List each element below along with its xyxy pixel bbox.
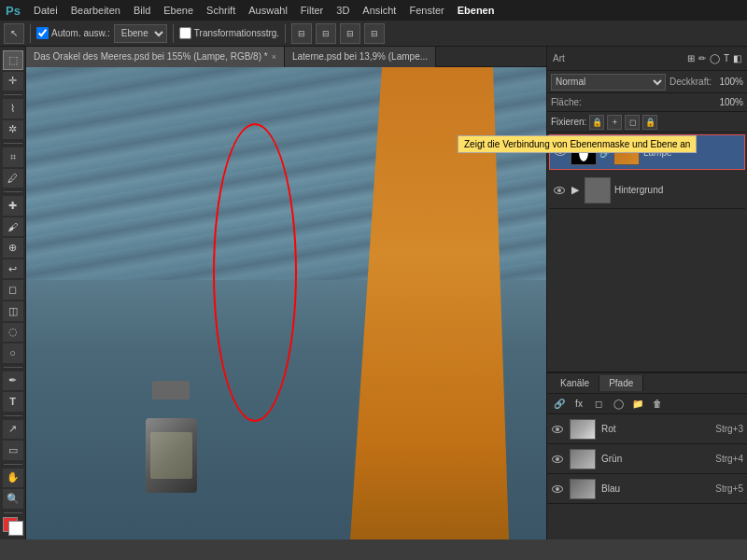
tab-kanaele[interactable]: Kanäle (551, 375, 599, 392)
channel-shortcut-rot: Strg+3 (715, 424, 743, 434)
channel-name-gruen: Grün (601, 454, 710, 464)
channel-row-rot[interactable]: Rot Strg+3 (547, 414, 747, 444)
tool-sep-1 (4, 94, 22, 95)
layer-expand-hintergrund[interactable]: ▶ (570, 185, 581, 196)
align-right-button[interactable]: ⊟ (340, 23, 360, 44)
channel-shortcut-gruen: Strg+4 (715, 454, 743, 464)
channel-eye-gruen[interactable] (551, 453, 564, 466)
channels-tabs-bar: Kanäle Pfade (547, 373, 747, 394)
selection-tool[interactable]: ⬚ (3, 50, 23, 70)
text-tool[interactable]: T (3, 392, 23, 412)
menu-bild[interactable]: Bild (128, 3, 156, 18)
move-tool[interactable]: ✛ (3, 72, 23, 91)
layers-icon-2[interactable]: ✏ (698, 53, 706, 63)
menu-ansicht[interactable]: Ansicht (357, 3, 402, 18)
tool-sep-7 (4, 512, 22, 513)
magic-wand-tool[interactable]: ✲ (3, 120, 23, 140)
layers-icon-1[interactable]: ⊞ (687, 53, 695, 63)
menu-filter[interactable]: Filter (295, 3, 329, 18)
eye-pupil-hintergrund (557, 189, 561, 192)
ch-delete-icon[interactable]: 🗑 (649, 396, 666, 413)
layers-icon-5[interactable]: ◧ (733, 53, 741, 63)
move-tool-button[interactable]: ↖ (4, 23, 24, 44)
toolbar: ↖ Autom. ausw.: Ebene Transformationsstr… (0, 21, 747, 47)
fix-icon-3[interactable]: ◻ (625, 115, 640, 130)
ch-link-icon[interactable]: 🔗 (551, 396, 568, 413)
fix-icon-2[interactable]: + (607, 115, 622, 130)
layers-icon-3[interactable]: ◯ (710, 53, 720, 63)
opacity-value: 100% (715, 77, 743, 87)
menu-ebenen[interactable]: Ebenen (452, 3, 500, 18)
fix-icon-1[interactable]: 🔒 (589, 115, 604, 130)
canvas-area: Das Orakel des Meeres.psd bei 155% (Lamp… (26, 47, 546, 539)
eraser-tool[interactable]: ◻ (3, 280, 23, 300)
path-selection-tool[interactable]: ↗ (3, 420, 23, 440)
hand-tool[interactable]: ✋ (3, 469, 23, 488)
transform-check[interactable] (179, 27, 191, 39)
blend-mode-select[interactable]: Normal Multiplizieren Abblenden (551, 74, 666, 91)
layers-list: 🔗 Lampe ▶ Hintergrund (547, 133, 747, 371)
channel-eye-rot[interactable] (551, 423, 564, 436)
channel-row-blau[interactable]: Blau Strg+5 (547, 474, 747, 504)
history-brush-tool[interactable]: ↩ (3, 259, 23, 279)
menu-ebene[interactable]: Ebene (158, 3, 199, 18)
clone-tool[interactable]: ⊕ (3, 238, 23, 258)
eye-icon-gruen (552, 455, 563, 463)
gradient-tool[interactable]: ◫ (3, 301, 23, 321)
tab-laterne[interactable]: Laterne.psd bei 13,9% (Lampe... (285, 47, 436, 67)
align-center-button[interactable]: ⊟ (316, 23, 336, 44)
menu-auswahl[interactable]: Auswahl (243, 3, 293, 18)
layer-type-dropdown[interactable]: Ebene (114, 24, 167, 43)
tab-orakel-close[interactable]: × (272, 52, 276, 62)
channel-name-blau: Blau (601, 483, 710, 494)
ch-mask-icon[interactable]: ◻ (590, 396, 607, 413)
zoom-tool[interactable]: 🔍 (3, 489, 23, 509)
layers-header: Art ⊞ ✏ ◯ T ◧ (547, 47, 747, 71)
fill-row: Fläche: 100% (547, 93, 747, 112)
brush-tool[interactable]: 🖌 (3, 217, 23, 237)
eyedropper-tool[interactable]: 🖊 (3, 169, 23, 189)
shape-tool[interactable]: ▭ (3, 441, 23, 460)
layer-item-hintergrund[interactable]: ▶ Hintergrund (549, 172, 745, 209)
lasso-tool[interactable]: ⌇ (3, 99, 23, 119)
transform-checkbox[interactable]: Transformationsstrg. (179, 27, 279, 39)
menu-fenster[interactable]: Fenster (403, 3, 449, 18)
healing-tool[interactable]: ✚ (3, 196, 23, 216)
layer-item-lampe[interactable]: 🔗 Lampe (549, 134, 745, 170)
ch-fx-icon[interactable]: fx (571, 396, 587, 413)
menu-bearbeiten[interactable]: Bearbeiten (65, 3, 126, 18)
channel-row-gruen[interactable]: Grün Strg+4 (547, 444, 747, 474)
background-color[interactable] (8, 521, 23, 536)
ch-circle-icon[interactable]: ◯ (610, 396, 627, 413)
channel-eye-blau[interactable] (551, 483, 564, 496)
main-layout: ⬚ ✛ ⌇ ✲ ⌗ 🖊 ✚ 🖌 ⊕ ↩ ◻ ◫ ◌ ○ ✒ T ↗ ▭ ✋ 🔍 (0, 47, 747, 539)
toolbar-separator-3 (285, 24, 286, 43)
layer-eye-lampe[interactable] (554, 146, 567, 159)
tab-orakel[interactable]: Das Orakel des Meeres.psd bei 155% (Lamp… (26, 47, 285, 67)
fill-label: Fläche: (551, 97, 715, 107)
align-top-button[interactable]: ⊟ (364, 23, 385, 44)
align-left-button[interactable]: ⊟ (291, 23, 312, 44)
toolbar-separator-2 (173, 24, 174, 43)
tab-pfade[interactable]: Pfade (599, 375, 643, 391)
lantern-image (138, 381, 204, 502)
dodge-tool[interactable]: ○ (3, 343, 23, 363)
layer-eye-hintergrund[interactable] (553, 184, 566, 197)
auto-select-check[interactable] (36, 27, 49, 39)
fix-icon-4[interactable]: 🔒 (642, 115, 657, 130)
menu-datei[interactable]: Datei (28, 3, 63, 18)
pen-tool[interactable]: ✒ (3, 371, 23, 391)
canvas-content[interactable] (26, 67, 546, 539)
blur-tool[interactable]: ◌ (3, 323, 23, 343)
layers-icon-4[interactable]: T (724, 53, 729, 63)
menu-3d[interactable]: 3D (331, 3, 355, 18)
menu-schrift[interactable]: Schrift (201, 3, 241, 18)
eye-pupil-lampe (558, 150, 562, 154)
color-swatches[interactable] (3, 517, 23, 536)
channel-thumb-gruen (570, 449, 596, 469)
crop-tool[interactable]: ⌗ (3, 147, 23, 167)
auto-select-checkbox[interactable]: Autom. ausw.: (36, 27, 110, 39)
layer-link-icon-lampe[interactable]: 🔗 (600, 147, 610, 158)
ch-folder-icon[interactable]: 📁 (629, 396, 646, 413)
canvas-image (26, 67, 546, 539)
